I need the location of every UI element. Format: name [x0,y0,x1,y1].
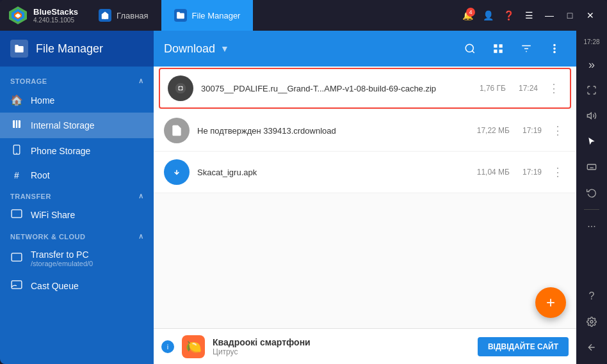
storage-section-header: STORAGE ∧ [0,72,154,88]
file-more-1[interactable]: ⋮ [546,79,562,98]
nav-item-transfer-to-pc[interactable]: Transfer to PC /storage/emulated/0 [0,243,154,274]
nav-internal-storage-label: Internal Storage [31,120,95,131]
svg-rect-15 [499,44,503,47]
help-sidebar-button[interactable]: ? [580,285,603,308]
file-time-2: 17:19 [522,126,542,135]
help-button[interactable]: ❓ [499,6,517,24]
ad-cta-button[interactable]: ВІДВІДАЙТЕ САЙТ [478,337,569,356]
file-name-1: 30075__PDALIFE.ru__Grand-T...AMP-v1-08-b… [201,84,472,93]
expand-button[interactable]: » [580,53,603,76]
nav-item-root[interactable]: # Root [0,164,154,187]
bluestacks-logo-area: BlueStacks 4.240.15.1005 [0,5,86,26]
nav-item-home[interactable]: 🏠 Home [0,88,154,113]
left-panel: File Manager STORAGE ∧ 🏠 Home [0,31,154,364]
sidebar-divider-1 [584,209,599,210]
titlebar: BlueStacks 4.240.15.1005 Главная File Ma… [0,0,607,31]
file-info-1: 30075__PDALIFE.ru__Grand-T...AMP-v1-08-b… [201,84,472,93]
nav-item-phone-storage[interactable]: Phone Storage [0,138,154,164]
svg-point-23 [553,51,556,54]
svg-rect-17 [499,50,503,53]
file-path: Download ▼ [164,42,453,56]
file-item-3[interactable]: Skacat_igru.apk 11,04 МБ 17:19 ⋮ [154,152,576,193]
app-branding: BlueStacks 4.240.15.1005 [33,7,78,24]
file-size-2: 17,22 МБ [477,126,515,135]
app-name: BlueStacks [33,7,78,17]
transfer-pc-nav-icon [10,253,23,264]
notification-badge: 4 [466,8,475,17]
path-dropdown-arrow[interactable]: ▼ [220,44,229,54]
file-item-1[interactable]: 30075__PDALIFE.ru__Grand-T...AMP-v1-08-b… [159,68,571,109]
nav-phone-storage-label: Phone Storage [31,146,90,156]
fab-add-button[interactable]: + [535,287,566,318]
keyboard-button[interactable] [580,155,603,178]
home-nav-icon: 🏠 [10,94,23,106]
current-path-label: Download [164,42,215,56]
nav-item-cast-queue[interactable]: Cast Queue [0,274,154,298]
storage-collapse-icon[interactable]: ∧ [138,77,144,85]
filemanager-icon [10,40,28,58]
more-sidebar-button[interactable]: ··· [580,215,603,238]
file-list: 30075__PDALIFE.ru__Grand-T...AMP-v1-08-b… [154,67,576,328]
transfer-section-header: TRANSFER ∧ [0,187,154,203]
minimize-button[interactable]: — [540,6,558,24]
file-name-3: Skacat_igru.apk [197,168,469,177]
filemanager-tab-icon [174,9,187,22]
file-toolbar: Download ▼ [154,31,576,67]
search-button[interactable] [458,37,482,60]
close-button[interactable]: ✕ [581,6,599,24]
app-version: 4.240.15.1005 [33,17,78,24]
svg-rect-14 [494,44,497,47]
internal-storage-nav-icon [10,119,23,132]
fullscreen-button[interactable] [580,79,603,102]
nav-wifi-share-label: WiFi Share [31,210,75,220]
file-icon-3 [164,159,190,185]
svg-rect-16 [494,50,497,53]
account-button[interactable]: 👤 [479,6,497,24]
main-content: File Manager STORAGE ∧ 🏠 Home [0,31,607,364]
file-info-2: Не подтвержден 339413.crdownload [197,126,469,136]
back-sidebar-button[interactable] [580,336,603,359]
grid-view-button[interactable] [487,37,510,60]
rotate-button[interactable] [580,181,603,204]
svg-rect-9 [12,210,22,218]
nav-item-wifi-share[interactable]: WiFi Share [0,203,154,227]
svg-marker-29 [587,113,591,118]
file-time-3: 17:19 [522,168,542,177]
ad-info-icon: i [161,340,174,353]
file-more-2[interactable]: ⋮ [549,121,566,140]
more-options-button[interactable] [543,37,566,60]
settings-sidebar-button[interactable] [580,310,603,333]
cast-queue-nav-icon [10,280,23,292]
notification-button[interactable]: 🔔 4 [458,6,476,24]
wifi-share-nav-icon [10,209,23,221]
tab-filemanager[interactable]: File Manager [161,0,254,31]
nav-transfer-pc-label: Transfer to PC [31,249,93,260]
menu-button[interactable]: ☰ [520,6,538,24]
ad-title: Квадроокі смартфони [213,337,470,347]
nav-item-internal-storage[interactable]: Internal Storage [0,113,154,138]
phone-storage-nav-icon [10,145,23,157]
tab-home[interactable]: Главная [86,0,161,31]
svg-line-13 [472,51,474,52]
file-info-3: Skacat_igru.apk [197,168,469,177]
file-more-3[interactable]: ⋮ [549,162,566,182]
cursor-button[interactable] [580,130,603,153]
svg-point-21 [553,44,556,47]
transfer-collapse-icon[interactable]: ∧ [138,192,144,200]
root-nav-icon: # [10,170,23,180]
app-window: BlueStacks 4.240.15.1005 Главная File Ma… [0,0,607,364]
svg-point-8 [16,153,17,154]
tab-home-label: Главная [117,11,148,20]
filter-button[interactable] [515,37,538,60]
volume-button[interactable] [580,104,603,127]
left-panel-title: File Manager [36,42,103,56]
ad-banner: i 🍋 Квадроокі смартфони Цитрус ВІДВІДАЙТ… [154,328,576,364]
ad-logo-text: 🍋 [186,339,202,354]
svg-rect-10 [12,253,22,261]
file-item-2[interactable]: Не подтвержден 339413.crdownload 17,22 М… [154,110,576,152]
network-collapse-icon[interactable]: ∧ [138,232,144,241]
svg-rect-4 [13,120,20,128]
file-icon-1 [168,75,193,101]
maximize-button[interactable]: □ [561,6,579,24]
file-content-area: Download ▼ [154,31,576,364]
